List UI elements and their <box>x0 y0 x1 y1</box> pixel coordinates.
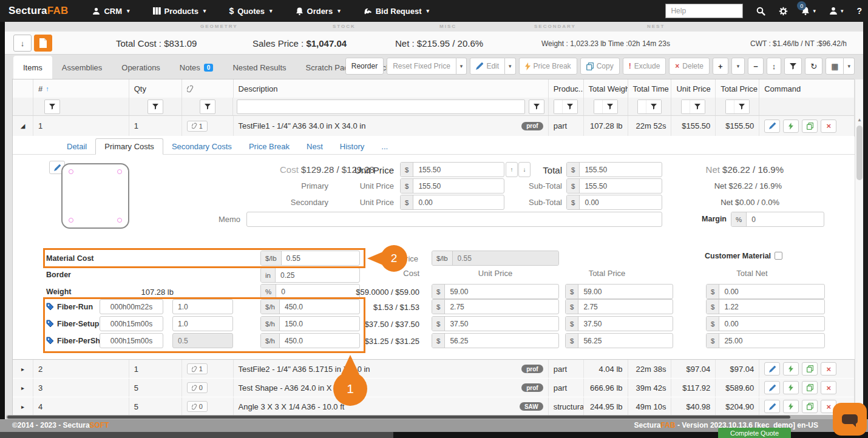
row-copy-button[interactable] <box>802 362 818 376</box>
scrollbar-thumb[interactable] <box>7 416 790 419</box>
col-header-unit-price[interactable]: Unit Price <box>671 79 716 98</box>
gear-icon[interactable] <box>779 7 788 16</box>
border-input[interactable] <box>276 268 359 282</box>
primary-unit-price-input[interactable] <box>413 179 504 193</box>
menu-products[interactable]: Products▾ <box>153 6 206 16</box>
menu-crm[interactable]: CRM▾ <box>92 6 129 16</box>
primary-subtotal-input[interactable] <box>580 179 662 193</box>
fiber-persheet-unit-price-input[interactable] <box>445 334 558 348</box>
secondary-subtotal-input[interactable] <box>580 195 662 209</box>
chat-widget-button[interactable] <box>833 403 867 436</box>
subtab-nest[interactable]: Nest <box>298 138 331 155</box>
total-input[interactable] <box>580 163 662 177</box>
scrollbar-thumb[interactable] <box>856 126 863 180</box>
menu-orders[interactable]: Orders▾ <box>296 6 341 16</box>
attachments-button[interactable]: 0 <box>187 382 208 393</box>
tab-notes[interactable]: Notes0 <box>170 56 223 79</box>
col-header-description[interactable]: Description <box>234 79 549 98</box>
user-menu[interactable]: ▾ <box>829 7 844 15</box>
margin-input[interactable] <box>747 212 824 226</box>
filter-description-button[interactable] <box>529 99 544 114</box>
filter-attachments-button[interactable] <box>200 99 215 114</box>
menu-quotes[interactable]: $ Quotes▾ <box>229 6 272 16</box>
col-header-total-price[interactable]: Total Price <box>716 79 759 98</box>
attachments-button[interactable]: 0 <box>187 401 208 412</box>
table-row[interactable]: ▸ 4 5 0 Angle 3 X 3 X 1/4 A36 - 10.0 ftS… <box>13 397 854 416</box>
row-copy-button[interactable] <box>802 120 818 133</box>
subtab-price-break[interactable]: Price Break <box>240 138 298 155</box>
search-icon[interactable] <box>756 7 765 16</box>
horizontal-scrollbar[interactable] <box>6 415 856 419</box>
scroll-up-arrow[interactable]: ▲ <box>855 117 864 123</box>
expand-row-icon[interactable]: ▸ <box>21 403 24 410</box>
row-edit-button[interactable] <box>764 362 780 376</box>
col-header-qty[interactable]: Qty <box>129 79 182 98</box>
subtab-more[interactable]: ... <box>373 138 396 155</box>
edit-button[interactable]: Edit <box>470 58 505 75</box>
collapse-summary-button[interactable]: ↓ <box>13 35 32 52</box>
notifications-bell[interactable]: 0 ▾ <box>801 7 816 15</box>
attachments-button[interactable]: 1 <box>187 363 208 374</box>
row-edit-button[interactable] <box>764 120 780 133</box>
refresh-button[interactable]: ↻ <box>805 58 822 75</box>
help-search-input[interactable] <box>665 4 743 18</box>
memo-input[interactable] <box>246 212 662 227</box>
filter-description-input[interactable] <box>237 99 524 114</box>
subtab-primary-costs[interactable]: Primary Costs <box>95 138 163 155</box>
tab-operations[interactable]: Operations <box>112 56 170 79</box>
columns-button[interactable]: ▦ <box>826 58 844 75</box>
filter-total-time[interactable] <box>637 99 662 114</box>
row-copy-button[interactable] <box>802 400 818 413</box>
col-header-num[interactable]: #↑ <box>33 79 129 98</box>
row-delete-button[interactable]: × <box>821 120 836 133</box>
filter-unit-price[interactable] <box>681 99 705 114</box>
subtab-secondary-costs[interactable]: Secondary Costs <box>163 138 240 155</box>
filter-product[interactable] <box>554 99 578 114</box>
expand-collapse-button[interactable]: ↕ <box>767 58 782 75</box>
row-edit-button[interactable] <box>764 400 780 413</box>
tab-items[interactable]: Items <box>13 56 52 79</box>
delete-button[interactable]: ×Delete <box>669 58 710 75</box>
columns-caret[interactable]: ▾ <box>844 58 855 75</box>
material-total-price-input[interactable] <box>578 285 673 298</box>
unit-price-input[interactable] <box>413 163 504 177</box>
fiber-setup-total-net-input[interactable] <box>719 317 824 331</box>
table-row[interactable]: ◢ 1 1 1 TestFile1 - 1/4" A36 34.0 in X 3… <box>13 116 854 136</box>
tab-assemblies[interactable]: Assemblies <box>52 56 112 79</box>
subtab-history[interactable]: History <box>331 138 373 155</box>
complete-quote-button[interactable]: Complete Quote <box>718 428 791 438</box>
subtab-detail[interactable]: Detail <box>58 138 95 155</box>
row-price-break-button[interactable] <box>783 362 799 376</box>
attachments-button[interactable]: 1 <box>187 121 208 132</box>
remove-row-button[interactable]: − <box>748 58 764 75</box>
tab-nested-results[interactable]: Nested Results <box>223 56 296 79</box>
row-price-break-button[interactable] <box>783 400 799 413</box>
row-delete-button[interactable]: × <box>821 381 836 394</box>
filter-total-weight[interactable] <box>594 99 618 114</box>
collapse-row-icon[interactable]: ◢ <box>21 123 25 129</box>
expand-row-icon[interactable]: ▸ <box>21 385 24 391</box>
filter-num-button[interactable] <box>44 99 60 114</box>
reset-fixed-price-button[interactable]: Reset Fixed Price <box>387 58 456 75</box>
filter-qty-button[interactable] <box>147 99 163 114</box>
material-unit-price-input[interactable] <box>445 285 558 298</box>
reset-fixed-price-caret[interactable]: ▾ <box>456 58 467 75</box>
app-logo[interactable]: SecturaFAB <box>8 5 68 17</box>
expand-row-icon[interactable]: ▸ <box>21 366 24 372</box>
price-break-button[interactable]: Price Break <box>519 58 577 75</box>
fiber-setup-total-price-input[interactable] <box>578 317 673 331</box>
vertical-scrollbar[interactable]: ▲ <box>855 79 863 414</box>
menu-bid-request[interactable]: Bid Request▾ <box>364 6 429 16</box>
fiber-run-unit-price-input[interactable] <box>445 300 558 314</box>
col-header-attachments[interactable] <box>182 79 234 98</box>
col-header-product[interactable]: Produc... <box>549 79 584 98</box>
exclude-button[interactable]: !Exclude <box>623 58 666 75</box>
material-total-net-input[interactable] <box>719 285 824 298</box>
fiber-persheet-total-net-input[interactable] <box>719 334 824 348</box>
table-row[interactable]: ▸ 3 5 0 Test Shape - A36 24.0 in X 24.0 … <box>13 379 854 397</box>
col-header-total-weight[interactable]: Total Weight <box>584 79 628 98</box>
copy-button[interactable]: Copy <box>580 58 620 75</box>
help-icon[interactable]: ? <box>856 6 862 16</box>
secondary-unit-price-input[interactable] <box>413 195 504 209</box>
fiber-setup-unit-price-input[interactable] <box>445 317 558 331</box>
